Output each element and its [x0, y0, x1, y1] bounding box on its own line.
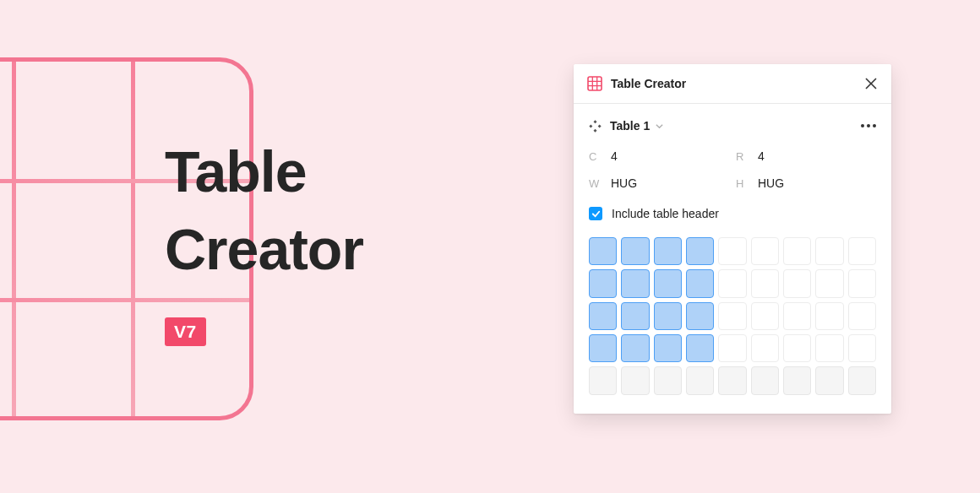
grid-cell[interactable] — [848, 269, 876, 297]
grid-cell[interactable] — [783, 302, 811, 330]
chevron-down-icon[interactable] — [655, 122, 664, 131]
grid-cell[interactable] — [621, 334, 649, 362]
grid-cell[interactable] — [718, 366, 746, 394]
grid-cell[interactable] — [815, 366, 843, 394]
grid-cell[interactable] — [686, 237, 714, 265]
hero-title: Table Creator — [165, 133, 363, 289]
svg-rect-10 — [598, 124, 602, 127]
grid-cell[interactable] — [686, 302, 714, 330]
grid-cell[interactable] — [686, 269, 714, 297]
grid-cell[interactable] — [751, 302, 779, 330]
component-icon — [589, 120, 602, 133]
rows-input[interactable]: R 4 — [736, 149, 876, 163]
columns-input[interactable]: C 4 — [589, 149, 729, 163]
include-header-row: Include table header — [589, 207, 876, 220]
grid-cell[interactable] — [848, 334, 876, 362]
grid-cell[interactable] — [783, 366, 811, 394]
height-value: HUG — [758, 176, 784, 190]
grid-cell[interactable] — [589, 269, 617, 297]
grid-cell[interactable] — [654, 237, 682, 265]
grid-cell[interactable] — [654, 302, 682, 330]
svg-rect-8 — [594, 128, 597, 132]
grid-cell[interactable] — [686, 366, 714, 394]
grid-cell[interactable] — [751, 269, 779, 297]
grid-cell[interactable] — [621, 237, 649, 265]
svg-rect-0 — [588, 77, 602, 90]
grid-cell[interactable] — [621, 269, 649, 297]
width-label: W — [589, 177, 602, 190]
grid-cell[interactable] — [654, 334, 682, 362]
grid-cell[interactable] — [815, 334, 843, 362]
grid-cell[interactable] — [751, 334, 779, 362]
rows-label: R — [736, 150, 749, 163]
plugin-panel: Table Creator Table 1 — [574, 64, 891, 414]
grid-cell[interactable] — [589, 302, 617, 330]
grid-cell[interactable] — [815, 237, 843, 265]
sizing-row: W HUG H HUG — [589, 176, 876, 190]
height-input[interactable]: H HUG — [736, 176, 876, 190]
grid-cell[interactable] — [718, 302, 746, 330]
grid-cell[interactable] — [686, 334, 714, 362]
include-header-label: Include table header — [612, 207, 719, 220]
more-icon[interactable] — [861, 124, 876, 127]
dimensions-row: C 4 R 4 — [589, 149, 876, 163]
grid-cell[interactable] — [718, 237, 746, 265]
grid-cell[interactable] — [589, 237, 617, 265]
grid-icon — [587, 76, 602, 91]
grid-cell[interactable] — [783, 237, 811, 265]
panel-body: Table 1 C 4 R 4 W HUG — [574, 104, 891, 414]
grid-cell[interactable] — [621, 302, 649, 330]
grid-cell[interactable] — [783, 334, 811, 362]
grid-cell[interactable] — [751, 366, 779, 394]
grid-cell[interactable] — [654, 269, 682, 297]
grid-cell[interactable] — [783, 269, 811, 297]
svg-rect-7 — [594, 120, 597, 123]
grid-cell[interactable] — [621, 366, 649, 394]
rows-value: 4 — [758, 149, 765, 163]
height-label: H — [736, 177, 749, 190]
grid-cell[interactable] — [815, 302, 843, 330]
grid-cell[interactable] — [718, 269, 746, 297]
hero-title-line2: Creator — [165, 211, 363, 289]
grid-cell[interactable] — [848, 302, 876, 330]
panel-header: Table Creator — [574, 64, 891, 104]
grid-cell[interactable] — [848, 237, 876, 265]
columns-label: C — [589, 150, 602, 163]
grid-cell[interactable] — [751, 237, 779, 265]
grid-size-selector[interactable] — [589, 237, 876, 398]
grid-cell[interactable] — [815, 269, 843, 297]
grid-cell[interactable] — [654, 366, 682, 394]
version-badge: V7 — [165, 317, 206, 346]
grid-cell[interactable] — [718, 334, 746, 362]
hero-title-line1: Table — [165, 133, 363, 211]
close-icon[interactable] — [864, 77, 878, 90]
grid-cell[interactable] — [589, 334, 617, 362]
columns-value: 4 — [611, 149, 618, 163]
panel-title: Table Creator — [611, 77, 856, 90]
grid-cell[interactable] — [848, 366, 876, 394]
grid-cell[interactable] — [589, 366, 617, 394]
include-header-checkbox[interactable] — [589, 207, 602, 220]
svg-rect-9 — [589, 124, 592, 127]
width-value: HUG — [611, 176, 637, 190]
width-input[interactable]: W HUG — [589, 176, 729, 190]
table-name-row: Table 1 — [589, 119, 876, 133]
table-name-select[interactable]: Table 1 — [610, 119, 650, 133]
